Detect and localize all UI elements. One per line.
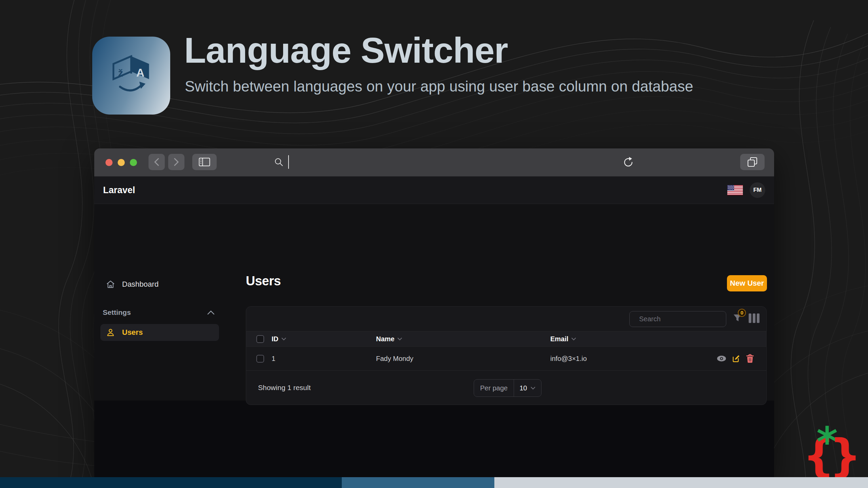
sidebar-icon xyxy=(199,158,210,166)
us-flag-language-switcher[interactable] xyxy=(727,185,743,195)
svg-text:ž: ž xyxy=(118,67,123,79)
search-icon xyxy=(274,157,283,167)
poster-canvas: ž A Language Switcher Switch between lan… xyxy=(0,0,868,488)
reload-icon xyxy=(622,156,635,169)
close-window-button[interactable] xyxy=(105,159,113,166)
translate-icon: ž A xyxy=(106,50,157,101)
delete-trash-icon[interactable] xyxy=(746,354,754,363)
text-caret xyxy=(288,155,289,169)
per-page-value: 10 xyxy=(519,384,527,392)
table-footer: Showing 1 result Per page 10 xyxy=(246,370,766,405)
sidebar-item-users[interactable]: Users xyxy=(100,324,219,341)
column-bar-icon xyxy=(757,313,760,323)
table-search[interactable] xyxy=(629,311,726,327)
strip-blue xyxy=(342,477,494,488)
chevron-down-icon xyxy=(571,337,576,341)
chevron-left-icon xyxy=(153,158,160,166)
address-bar[interactable] xyxy=(274,155,289,169)
reload-button[interactable] xyxy=(622,156,635,170)
table-row[interactable]: 1 Fady Mondy info@3×1.io xyxy=(246,347,766,370)
sidebar: Dashboard Settings Users xyxy=(94,204,230,401)
back-button[interactable] xyxy=(149,154,165,170)
user-icon xyxy=(106,328,115,337)
view-eye-icon[interactable] xyxy=(717,355,726,362)
new-user-button[interactable]: New User xyxy=(727,275,767,291)
brand-logo[interactable]: Laravel xyxy=(103,185,135,196)
per-page-label: Per page xyxy=(474,380,514,396)
users-table-card: 0 ID xyxy=(246,306,767,405)
row-actions xyxy=(717,354,754,363)
cell-email: info@3×1.io xyxy=(550,355,587,363)
chevron-down-icon xyxy=(281,337,287,341)
sidebar-item-dashboard[interactable]: Dashboard xyxy=(100,276,219,293)
hero-title: Language Switcher xyxy=(184,30,508,71)
table-header-row: ID Name Email xyxy=(246,331,766,347)
translate-app-icon: ž A xyxy=(92,37,170,115)
chevron-down-icon xyxy=(530,386,536,390)
chevron-down-icon xyxy=(397,337,402,341)
cell-name: Fady Mondy xyxy=(376,355,413,363)
column-bar-icon xyxy=(749,313,751,323)
app-body: Dashboard Settings Users User xyxy=(94,204,774,401)
toggle-columns-button[interactable] xyxy=(749,313,760,323)
hero-subtitle: Switch between languages on your app usi… xyxy=(185,77,717,97)
app-topbar: Laravel xyxy=(94,177,774,204)
sidebar-item-label: Dashboard xyxy=(122,280,159,289)
select-all-checkbox[interactable] xyxy=(256,335,264,343)
column-header-email[interactable]: Email xyxy=(550,335,576,343)
tabs-icon xyxy=(747,157,758,167)
minimize-window-button[interactable] xyxy=(118,159,125,166)
page-title: Users xyxy=(246,274,281,288)
filter-count-badge: 0 xyxy=(738,309,746,317)
sidebar-toggle-button[interactable] xyxy=(192,154,217,170)
table-toolbar: 0 xyxy=(246,307,766,331)
column-header-name[interactable]: Name xyxy=(376,335,402,343)
strip-navy xyxy=(0,477,342,488)
strip-light xyxy=(494,477,868,488)
browser-window: Laravel xyxy=(94,148,774,477)
edit-pencil-icon[interactable] xyxy=(732,354,741,363)
svg-text:A: A xyxy=(136,66,144,79)
browser-chrome xyxy=(94,148,774,177)
bottom-color-strip xyxy=(0,477,868,488)
sidebar-item-label: Users xyxy=(122,328,143,337)
per-page-select[interactable]: Per page 10 xyxy=(474,379,541,397)
brace-right: } xyxy=(829,433,861,478)
search-input[interactable] xyxy=(638,315,730,323)
forward-button[interactable] xyxy=(168,154,184,170)
column-label: ID xyxy=(272,335,278,343)
column-label: Email xyxy=(550,335,568,343)
results-summary: Showing 1 result xyxy=(258,384,311,392)
sidebar-group-label: Settings xyxy=(103,308,131,317)
sidebar-group-settings[interactable]: Settings xyxy=(103,308,215,317)
filter-button[interactable]: 0 xyxy=(732,313,743,324)
column-header-id[interactable]: ID xyxy=(272,335,287,343)
column-label: Name xyxy=(376,335,394,343)
zoom-window-button[interactable] xyxy=(130,159,137,166)
tab-overview-button[interactable] xyxy=(740,154,765,170)
home-icon xyxy=(106,280,115,289)
window-lower-area xyxy=(94,401,774,477)
chevron-up-icon xyxy=(207,310,215,315)
chevron-right-icon xyxy=(173,158,180,166)
row-checkbox[interactable] xyxy=(256,355,264,363)
tomato-braces-logo: { * } xyxy=(803,424,847,472)
cell-id: 1 xyxy=(272,355,275,363)
column-bar-icon xyxy=(753,313,755,323)
user-avatar[interactable]: FM xyxy=(750,182,765,198)
